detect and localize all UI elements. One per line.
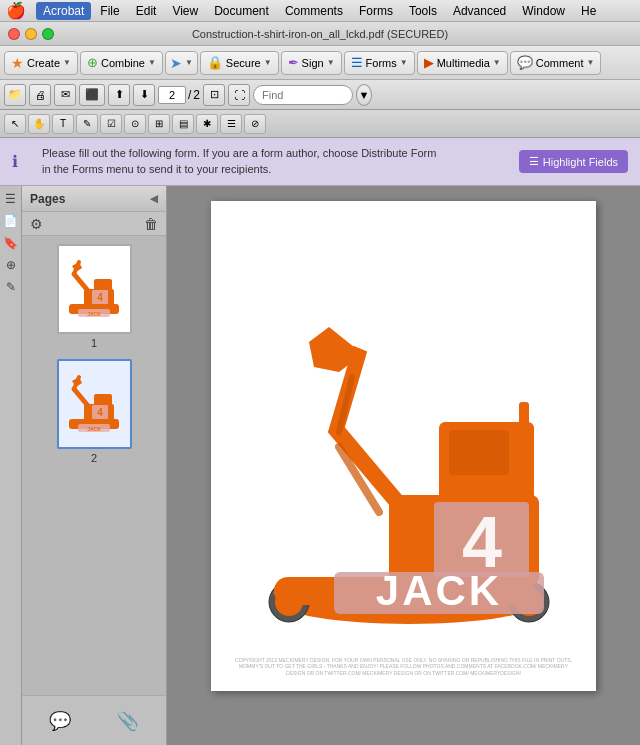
combine-button[interactable]: ⊕ Combine ▼ xyxy=(80,51,163,75)
minimize-button[interactable] xyxy=(25,28,37,40)
svg-text:JACK: JACK xyxy=(375,567,501,614)
page-thumb-2[interactable]: 4 JACK 2 xyxy=(54,359,134,464)
close-button[interactable] xyxy=(8,28,20,40)
multimedia-button[interactable]: ▶ Multimedia ▼ xyxy=(417,51,508,75)
notification-bar: ℹ Please fill out the following form. If… xyxy=(0,138,640,186)
svg-rect-28 xyxy=(449,430,509,475)
arrow-arrow: ▼ xyxy=(185,58,193,67)
menu-edit[interactable]: Edit xyxy=(129,2,164,20)
apple-menu[interactable]: 🍎 xyxy=(6,1,26,20)
forms-tool-5[interactable]: ⊞ xyxy=(148,114,170,134)
comment-icon: 💬 xyxy=(517,55,533,70)
find-input[interactable] xyxy=(253,85,353,105)
forms-tool-1[interactable]: T xyxy=(52,114,74,134)
svg-text:JACK: JACK xyxy=(87,426,101,432)
combine-label: Combine xyxy=(101,57,145,69)
highlight-fields-button[interactable]: ☰ Highlight Fields xyxy=(519,150,628,173)
settings-icon[interactable]: ⚙ xyxy=(30,216,43,232)
menu-help[interactable]: He xyxy=(574,2,603,20)
comment-arrow: ▼ xyxy=(586,58,594,67)
svg-text:JACK: JACK xyxy=(87,311,101,317)
arrow-icon: ➤ xyxy=(170,55,182,71)
page-thumb-img-2: 4 JACK xyxy=(57,359,132,449)
page-total: 2 xyxy=(193,88,200,102)
edit-icon[interactable]: ✎ xyxy=(2,278,20,296)
menu-file[interactable]: File xyxy=(93,2,126,20)
bookmark-icon[interactable]: 🔖 xyxy=(2,234,20,252)
forms-tool-4[interactable]: ⊙ xyxy=(124,114,146,134)
comment-label: Comment xyxy=(536,57,584,69)
forms-tool-hand[interactable]: ✋ xyxy=(28,114,50,134)
email-button[interactable]: ✉ xyxy=(54,84,76,106)
secure-label: Secure xyxy=(226,57,261,69)
page-thumb-img-1: 4 JACK xyxy=(57,244,132,334)
forms-tool-2[interactable]: ✎ xyxy=(76,114,98,134)
menu-document[interactable]: Document xyxy=(207,2,276,20)
speech-bubble-icon[interactable]: 💬 xyxy=(51,712,69,730)
toolbar-main: ★ Create ▼ ⊕ Combine ▼ ➤ ▼ 🔒 Secure ▼ ✒ … xyxy=(0,46,640,80)
fit-button[interactable]: ⊡ xyxy=(203,84,225,106)
sidebar-tools: ⚙ 🗑 xyxy=(22,212,166,236)
down-arrow-button[interactable]: ⬇ xyxy=(133,84,155,106)
folder-button[interactable]: 📁 xyxy=(4,84,26,106)
menu-view[interactable]: View xyxy=(165,2,205,20)
menu-advanced[interactable]: Advanced xyxy=(446,2,513,20)
maximize-button[interactable] xyxy=(42,28,54,40)
forms-tool-8[interactable]: ☰ xyxy=(220,114,242,134)
menu-window[interactable]: Window xyxy=(515,2,572,20)
sidebar-bottom: 💬 📎 xyxy=(22,695,166,745)
page-2-label: 2 xyxy=(91,452,97,464)
secure-button[interactable]: 🔒 Secure ▼ xyxy=(200,51,279,75)
titlebar: Construction-t-shirt-iron-on_all_lckd.pd… xyxy=(0,22,640,46)
copyright-text: COPYRIGHT 2012 MECKIMERY DESIGN. FOR YOU… xyxy=(231,657,576,677)
combine-arrow: ▼ xyxy=(148,58,156,67)
create-button[interactable]: ★ Create ▼ xyxy=(4,51,78,75)
print-button[interactable]: 🖨 xyxy=(29,84,51,106)
paperclip-icon[interactable]: 📎 xyxy=(119,712,137,730)
menubar: 🍎 Acrobat File Edit View Document Commen… xyxy=(0,0,640,22)
combine-icon: ⊕ xyxy=(87,55,98,70)
multimedia-arrow: ▼ xyxy=(493,58,501,67)
sign-button[interactable]: ✒ Sign ▼ xyxy=(281,51,342,75)
hand-tool-icon[interactable]: ☰ xyxy=(2,190,20,208)
forms-toolbar: ↖ ✋ T ✎ ☑ ⊙ ⊞ ▤ ✱ ☰ ⊘ xyxy=(0,110,640,138)
comment-button[interactable]: 💬 Comment ▼ xyxy=(510,51,602,75)
menu-tools[interactable]: Tools xyxy=(402,2,444,20)
create-icon: ★ xyxy=(11,55,24,71)
excavator-image: 4 JACK xyxy=(231,221,576,653)
svg-line-13 xyxy=(74,389,89,407)
sidebar-header: Pages ◀ xyxy=(22,186,166,212)
forms-toolbar-button[interactable]: ☰ Forms ▼ xyxy=(344,51,415,75)
page-1-label: 1 xyxy=(91,337,97,349)
forms-tool-3[interactable]: ☑ xyxy=(100,114,122,134)
forms-label: Forms xyxy=(366,57,397,69)
zoom-button[interactable]: ⛶ xyxy=(228,84,250,106)
notification-text: Please fill out the following form. If y… xyxy=(42,146,509,177)
forms-tool-7[interactable]: ✱ xyxy=(196,114,218,134)
window-controls xyxy=(8,28,54,40)
forms-tool-cursor[interactable]: ↖ xyxy=(4,114,26,134)
find-arrow[interactable]: ▼ xyxy=(356,84,372,106)
page-thumb-1[interactable]: 4 JACK 1 xyxy=(54,244,134,349)
toolbar-nav: 📁 🖨 ✉ ⬛ ⬆ ⬇ / 2 ⊡ ⛶ ▼ xyxy=(0,80,640,110)
content-area: 4 JACK COPYRIGHT 2012 MECKIMERY DESIGN. … xyxy=(167,186,640,745)
multimedia-label: Multimedia xyxy=(437,57,490,69)
page-number-input[interactable] xyxy=(158,86,186,104)
trash-icon[interactable]: 🗑 xyxy=(144,216,158,232)
page-separator: / xyxy=(188,88,191,102)
sidebar-chevron-icon[interactable]: ◀ xyxy=(150,193,158,204)
page-navigation: / 2 xyxy=(158,86,200,104)
menu-comments[interactable]: Comments xyxy=(278,2,350,20)
highlight-label: Highlight Fields xyxy=(543,156,618,168)
menu-forms[interactable]: Forms xyxy=(352,2,400,20)
forms-tool-9[interactable]: ⊘ xyxy=(244,114,266,134)
svg-rect-29 xyxy=(519,402,529,432)
up-arrow-button[interactable]: ⬆ xyxy=(108,84,130,106)
forms-tool-6[interactable]: ▤ xyxy=(172,114,194,134)
layers-icon[interactable]: ⊕ xyxy=(2,256,20,274)
window-title: Construction-t-shirt-iron-on_all_lckd.pd… xyxy=(192,28,448,40)
nav-button1[interactable]: ⬛ xyxy=(79,84,105,106)
page-icon[interactable]: 📄 xyxy=(2,212,20,230)
menu-acrobat[interactable]: Acrobat xyxy=(36,2,91,20)
arrow-button[interactable]: ➤ ▼ xyxy=(165,51,198,75)
